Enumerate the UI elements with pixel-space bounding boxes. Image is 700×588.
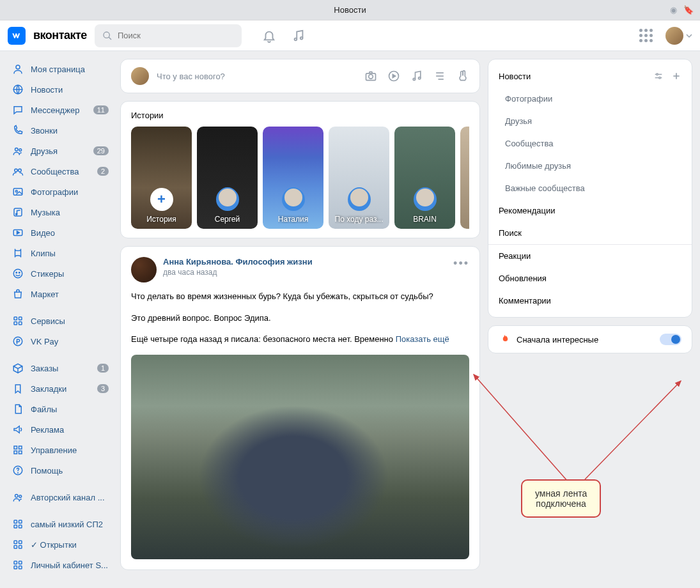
post-avatar[interactable] [131, 257, 157, 282]
composer[interactable]: Что у вас нового? [120, 59, 480, 93]
plus-icon[interactable] [671, 71, 681, 81]
sidebar-item[interactable]: Закладки 3 [8, 378, 113, 399]
video-play-icon[interactable] [387, 70, 400, 82]
sidebar-item[interactable]: ✓ Открытки [8, 534, 113, 555]
music-icon[interactable] [292, 29, 306, 43]
svg-point-9 [19, 169, 22, 172]
sidebar-item[interactable]: Фотографии [8, 182, 113, 202]
titlebar-icons: ◉ 🔖 [670, 5, 694, 15]
story[interactable]: Сергей [197, 127, 258, 229]
stories-title: Истории [131, 111, 469, 120]
filter-item[interactable]: Комментарии [488, 290, 692, 312]
sidebar-item[interactable]: Моя страница [8, 59, 113, 79]
sidebar-item-label: Моя страница [31, 65, 109, 74]
svg-point-16 [16, 272, 17, 274]
vk-logo-icon[interactable] [8, 27, 26, 45]
sidebar-item[interactable]: Заказы 1 [8, 358, 113, 378]
add-story-icon: + [150, 188, 173, 211]
filter-item[interactable]: Реакции [488, 244, 692, 267]
composer-icons [364, 70, 469, 82]
post-p3: Ещё четыре года назад я писала: безопасн… [131, 333, 469, 346]
story[interactable]: +История [131, 127, 192, 229]
music-note-icon[interactable] [410, 70, 423, 82]
sidebar-item[interactable]: Сервисы [8, 311, 113, 331]
story[interactable]: По ходу раз... [329, 127, 389, 229]
sidebar-item-label: Клипы [31, 249, 109, 258]
show-more-link[interactable]: Показать ещё [396, 334, 449, 344]
badge: 29 [93, 146, 109, 155]
filters-heading[interactable]: Новости [499, 72, 531, 81]
post-author[interactable]: Анна Кирьянова. Философия жизни [163, 257, 313, 267]
svg-rect-10 [13, 189, 22, 196]
filter-item[interactable]: Рекомендации [488, 199, 692, 222]
sidebar-item[interactable]: Реклама [8, 419, 113, 440]
bookmark-icon [12, 382, 24, 395]
story-avatar [282, 188, 305, 211]
sidebar-item[interactable]: Мессенджер 11 [8, 100, 113, 120]
camera-icon[interactable] [364, 70, 377, 82]
sidebar-item[interactable]: Новости [8, 79, 113, 100]
sidebar-item-label: Друзья [31, 146, 87, 156]
sidebar-item[interactable]: VK Pay [8, 331, 113, 352]
search-box[interactable] [95, 24, 242, 47]
filter-subitem[interactable]: Сообщества [488, 132, 692, 155]
filter-subitem[interactable]: Важные сообщества [488, 177, 692, 199]
window-title: Новости [334, 5, 366, 15]
sidebar-item[interactable]: Видео [8, 222, 113, 243]
filter-item[interactable]: Поиск [488, 222, 692, 244]
interesting-label: Сначала интересные [517, 335, 598, 344]
sidebar-item-label: Авторский канал ... [31, 493, 109, 502]
services-icon [12, 518, 24, 530]
chevron-down-icon [686, 33, 692, 39]
search-input[interactable] [118, 31, 234, 40]
article-icon[interactable] [433, 70, 446, 82]
sidebar-item-label: Личный кабинет S... [31, 561, 109, 570]
apps-icon[interactable] [639, 29, 653, 42]
svg-point-29 [15, 495, 19, 498]
sidebar-item[interactable]: Файлы [8, 399, 113, 419]
pin-icon[interactable]: ◉ [670, 5, 677, 15]
story[interactable]: Наталия [263, 127, 323, 229]
sidebar-item[interactable]: Стикеры [8, 263, 113, 284]
filter-subitem[interactable]: Любимые друзья [488, 155, 692, 177]
sidebar-item[interactable]: самый низкий СП2 [8, 514, 113, 534]
sidebar-item[interactable]: Маркет [8, 284, 113, 304]
filter-subitem[interactable]: Фотографии [488, 88, 692, 110]
bookmark-icon[interactable]: 🔖 [683, 5, 694, 15]
filter-item[interactable]: Обновления [488, 267, 692, 290]
sidebar-item[interactable]: Личный кабинет S... [8, 555, 113, 575]
story[interactable]: BRAIN [394, 127, 455, 229]
sidebar-item[interactable]: Музыка [8, 202, 113, 222]
sidebar-item[interactable]: Управление [8, 440, 113, 460]
svg-rect-21 [19, 322, 22, 325]
sidebar-item[interactable]: Клипы [8, 243, 113, 263]
post: Анна Кирьянова. Философия жизни два часа… [120, 246, 480, 570]
filter-subitem[interactable]: Друзья [488, 110, 692, 132]
svg-point-46 [413, 78, 415, 80]
story[interactable]: Шпи [460, 127, 469, 229]
svg-point-47 [419, 77, 421, 79]
sidebar-item[interactable]: Помощь [8, 460, 113, 481]
sidebar-item[interactable]: Звонки [8, 120, 113, 141]
svg-point-0 [104, 32, 109, 38]
sidebar-item[interactable]: Авторский канал ... [8, 487, 113, 507]
sidebar-item[interactable]: Друзья 29 [8, 141, 113, 161]
svg-point-54 [659, 77, 661, 79]
sidebar-item-label: Звонки [31, 126, 109, 135]
bell-icon[interactable] [262, 29, 276, 43]
svg-rect-40 [19, 561, 22, 564]
svg-point-4 [16, 65, 20, 69]
badge: 3 [97, 384, 109, 393]
window-titlebar: Новости ◉ 🔖 [0, 0, 700, 20]
sidebar-item[interactable]: Сообщества 2 [8, 161, 113, 182]
interesting-toggle[interactable] [660, 334, 681, 345]
brand-text[interactable]: вконтакте [33, 29, 87, 42]
sidebar-item-label: Сообщества [31, 167, 91, 176]
more-icon[interactable]: ••• [453, 257, 469, 282]
svg-point-6 [15, 148, 19, 151]
peace-icon[interactable] [456, 70, 469, 82]
sliders-icon[interactable] [653, 71, 664, 81]
sidebar-item-label: Новости [31, 85, 109, 95]
profile-menu[interactable] [665, 27, 692, 45]
post-image[interactable] [131, 355, 469, 559]
